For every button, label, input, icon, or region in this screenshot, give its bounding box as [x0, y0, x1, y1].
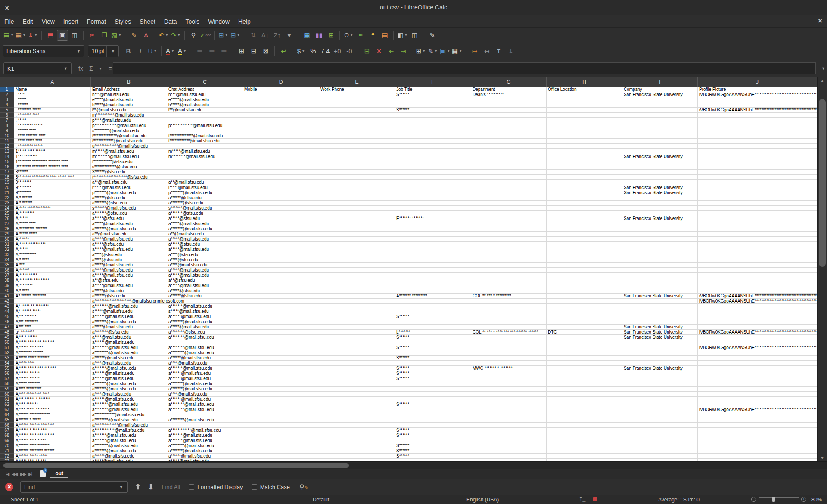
cell-C70[interactable]: a********@mail.sfsu.edu [167, 443, 243, 448]
cell-J37[interactable] [698, 273, 817, 278]
cell-A29[interactable]: A ***** ***** [14, 232, 91, 237]
cell-H65[interactable] [547, 417, 622, 423]
cell-I37[interactable] [622, 273, 698, 278]
cell-H70[interactable] [547, 443, 622, 448]
menu-tools[interactable]: Tools [181, 15, 204, 28]
cell-D31[interactable] [243, 242, 319, 247]
cell-F29[interactable] [395, 232, 471, 237]
cell-J45[interactable] [698, 314, 817, 319]
row-header-8[interactable]: 8 [0, 123, 14, 128]
cell-A33[interactable]: A ********** [14, 252, 91, 257]
cell-A22[interactable]: A * ****** [14, 195, 91, 201]
cell-B41[interactable]: a******@sfsu.edu [91, 294, 167, 299]
menu-file[interactable]: File [0, 15, 19, 28]
cell-J14[interactable] [698, 154, 817, 159]
align-top-icon[interactable]: ↥ [493, 46, 504, 57]
cell-F39[interactable] [395, 283, 471, 288]
cell-C21[interactable]: p*******@mail.sfsu.edu [167, 190, 243, 195]
chevron-down-icon[interactable]: ▼ [302, 49, 305, 53]
cell-G68[interactable] [471, 433, 547, 438]
cell-J25[interactable] [698, 211, 817, 216]
cell-I27[interactable] [622, 221, 698, 226]
cell-H41[interactable] [547, 294, 622, 299]
cell-A45[interactable]: A*** ******* [14, 314, 91, 319]
cell-H8[interactable] [547, 123, 622, 128]
cell-G28[interactable] [471, 226, 547, 232]
cell-C39[interactable]: a*****@mail.sfsu.edu [167, 283, 243, 288]
cell-A19[interactable]: 9******** [14, 180, 91, 185]
cell-C53[interactable]: a******@mail.sfsu.edu [167, 356, 243, 361]
cell-D33[interactable] [243, 252, 319, 257]
cell-D63[interactable] [243, 407, 319, 412]
cell-A65[interactable]: A****** * ***** [14, 417, 91, 423]
cell-F24[interactable] [395, 206, 471, 211]
vertical-scrollbar[interactable]: ▲ ▼ [817, 77, 827, 461]
cell-I31[interactable] [622, 242, 698, 247]
merge-cells-icon[interactable]: ⊟ [248, 46, 259, 57]
cell-J9[interactable] [698, 128, 817, 133]
cell-I45[interactable] [622, 314, 698, 319]
row-header-70[interactable]: 70 [0, 443, 14, 448]
undo-icon[interactable]: ↶▼ [158, 30, 169, 41]
cell-H19[interactable] [547, 180, 622, 185]
cell-G14[interactable] [471, 154, 547, 159]
cell-F22[interactable] [395, 195, 471, 201]
cell-A66[interactable]: A****** ****** ******** [14, 423, 91, 428]
cell-C72[interactable]: a******@mail.sfsu.edu [167, 454, 243, 459]
row-header-29[interactable]: 29 [0, 232, 14, 237]
cell-J40[interactable] [698, 288, 817, 294]
expand-formula-bar-icon[interactable]: ▼ [821, 66, 825, 71]
cell-I34[interactable] [622, 257, 698, 263]
cell-D45[interactable] [243, 314, 319, 319]
cell-J70[interactable] [698, 443, 817, 448]
menu-insert[interactable]: Insert [59, 15, 83, 28]
cell-A38[interactable]: A ******** ********* [14, 278, 91, 283]
scroll-up-icon[interactable]: ▲ [818, 77, 827, 84]
cell-D39[interactable] [243, 283, 319, 288]
cell-A55[interactable]: A***** ********* ******* [14, 366, 91, 371]
row-header-5[interactable]: 5 [0, 108, 14, 113]
cell-E23[interactable] [319, 201, 395, 206]
cell-I18[interactable] [622, 175, 698, 180]
text-language[interactable]: English (USA) [466, 497, 499, 503]
cell-D54[interactable] [243, 361, 319, 366]
cell-D19[interactable] [243, 180, 319, 185]
cell-F60[interactable] [395, 392, 471, 397]
cell-G32[interactable] [471, 247, 547, 252]
cell-I4[interactable] [622, 102, 698, 108]
chevron-down-icon[interactable]: ▼ [404, 33, 408, 37]
cell-C14[interactable]: m********@mail.sfsu.edu [167, 154, 243, 159]
cell-H55[interactable] [547, 366, 622, 371]
cell-I71[interactable] [622, 448, 698, 454]
cell-D26[interactable] [243, 216, 319, 221]
insert-hyperlink-icon[interactable]: ⚭ [355, 30, 366, 41]
cell-E69[interactable] [319, 438, 395, 443]
cell-E14[interactable] [319, 154, 395, 159]
cell-H69[interactable] [547, 438, 622, 443]
cell-E11[interactable] [319, 139, 395, 144]
cell-G71[interactable] [471, 448, 547, 454]
row-header-21[interactable]: 21 [0, 190, 14, 195]
cell-A44[interactable]: A* ****** ***** [14, 309, 91, 314]
cell-F44[interactable] [395, 309, 471, 314]
cell-H27[interactable] [547, 221, 622, 226]
cell-B1[interactable]: Email Address [91, 87, 167, 92]
cell-I48[interactable]: San Francisco State University [622, 330, 698, 335]
cell-C30[interactable]: a*****@mail.sfsu.edu [167, 237, 243, 242]
format-as-percent-icon[interactable]: % [308, 46, 319, 57]
cell-C57[interactable]: a******@mail.sfsu.edu [167, 376, 243, 381]
cell-E33[interactable] [319, 252, 395, 257]
cell-B70[interactable]: a********@mail.sfsu.edu [91, 443, 167, 448]
cell-E31[interactable] [319, 242, 395, 247]
cell-C52[interactable]: a********@mail.sfsu.edu [167, 350, 243, 356]
cell-F42[interactable] [395, 299, 471, 304]
cell-E19[interactable] [319, 180, 395, 185]
cell-F25[interactable] [395, 211, 471, 216]
cell-A39[interactable]: A ******** [14, 283, 91, 288]
chevron-down-icon[interactable]: ▼ [72, 46, 81, 57]
cell-F65[interactable] [395, 417, 471, 423]
cell-I67[interactable] [622, 428, 698, 433]
cell-D57[interactable] [243, 376, 319, 381]
cell-A70[interactable]: A****** **** ******* [14, 443, 91, 448]
cell-C66[interactable] [167, 423, 243, 428]
